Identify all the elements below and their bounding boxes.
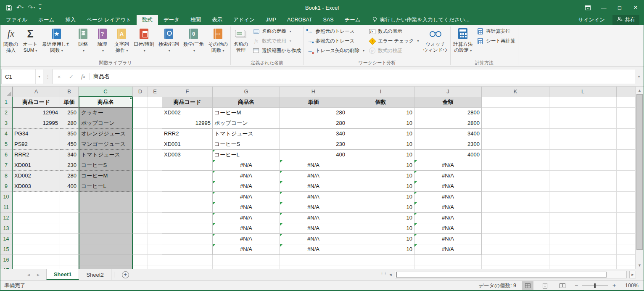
cell-F11[interactable]: [162, 202, 213, 213]
zoom-out-button[interactable]: −: [574, 282, 579, 289]
cell-J11[interactable]: #N/A: [414, 202, 482, 213]
cell-C16[interactable]: [79, 255, 133, 265]
cell-F13[interactable]: [162, 223, 213, 234]
cell-I16[interactable]: [347, 255, 414, 265]
cell-D1[interactable]: [133, 97, 148, 108]
trace-precedents-button[interactable]: →参照元のトレース: [304, 26, 367, 36]
cell-K8[interactable]: [482, 171, 549, 181]
row-header-17[interactable]: 17: [0, 265, 13, 269]
formula-bar-grip[interactable]: ⋮: [45, 74, 50, 79]
cell-K13[interactable]: [482, 223, 549, 234]
cell-A13[interactable]: [13, 223, 60, 234]
cell-L15[interactable]: [549, 244, 617, 255]
cell-E15[interactable]: [148, 244, 162, 255]
autosum-button[interactable]: ΣオートSUM▾: [21, 25, 40, 60]
cell-F4[interactable]: RRR2: [162, 129, 213, 139]
normal-view-button[interactable]: [522, 281, 533, 290]
row-header-10[interactable]: 10: [0, 192, 13, 202]
remove-arrows-button[interactable]: →トレース矢印の削除▾: [304, 46, 367, 56]
cell-K12[interactable]: [482, 213, 549, 223]
cell-E10[interactable]: [148, 192, 162, 202]
cell-F15[interactable]: [162, 244, 213, 255]
cell-B5[interactable]: 450: [60, 139, 79, 150]
cell-B7[interactable]: 230: [60, 160, 79, 171]
cell-B4[interactable]: 350: [60, 129, 79, 139]
cell-E3[interactable]: [148, 118, 162, 129]
cell-G10[interactable]: #N/A: [213, 192, 280, 202]
cell-M13[interactable]: [617, 223, 636, 234]
cell-A5[interactable]: PS92: [13, 139, 60, 150]
logical-button[interactable]: ?論理▾: [93, 25, 112, 60]
cell-H14[interactable]: #N/A: [280, 234, 347, 244]
cell-F2[interactable]: XD002: [162, 108, 213, 118]
cell-E5[interactable]: [148, 139, 162, 150]
cell-B11[interactable]: [60, 202, 79, 213]
cell-E1[interactable]: [148, 97, 162, 108]
column-header-G[interactable]: G: [213, 87, 280, 97]
scrollbar-resize-grip[interactable]: ⋮⋮: [380, 272, 387, 275]
row-header-8[interactable]: 8: [0, 171, 13, 181]
cell-D9[interactable]: [133, 181, 148, 192]
cell-I1[interactable]: 個数: [347, 97, 414, 108]
cell-J1[interactable]: 金額: [414, 97, 482, 108]
cell-I17[interactable]: [347, 265, 414, 269]
cell-L10[interactable]: [549, 192, 617, 202]
cell-C1[interactable]: 商品名: [79, 97, 133, 108]
cell-H10[interactable]: #N/A: [280, 192, 347, 202]
tell-me-box[interactable]: 実行したい作業を入力してください...: [372, 15, 470, 25]
ribbon-tab-jmp[interactable]: JMP: [260, 15, 282, 25]
cell-B9[interactable]: 400: [60, 181, 79, 192]
cell-B3[interactable]: 280: [60, 118, 79, 129]
sheet-nav-left-icon[interactable]: ◄: [26, 272, 31, 277]
cell-E13[interactable]: [148, 223, 162, 234]
cell-L3[interactable]: [549, 118, 617, 129]
cell-K3[interactable]: [482, 118, 549, 129]
cell-I13[interactable]: 10: [347, 223, 414, 234]
cell-B15[interactable]: [60, 244, 79, 255]
zoom-in-button[interactable]: +: [612, 282, 617, 289]
ribbon-tab-page-layout[interactable]: ページ レイアウト: [81, 15, 137, 25]
undo-icon[interactable]: ↶▾: [15, 3, 25, 13]
cell-K14[interactable]: [482, 234, 549, 244]
row-header-11[interactable]: 11: [0, 202, 13, 213]
cell-C15[interactable]: [79, 244, 133, 255]
select-all-corner[interactable]: [0, 87, 13, 97]
cell-F8[interactable]: [162, 171, 213, 181]
cell-M14[interactable]: [617, 234, 636, 244]
cell-L16[interactable]: [549, 255, 617, 265]
cell-H3[interactable]: 280: [280, 118, 347, 129]
cell-H9[interactable]: #N/A: [280, 181, 347, 192]
cell-F5[interactable]: XD001: [162, 139, 213, 150]
cell-I14[interactable]: 10: [347, 234, 414, 244]
cell-J13[interactable]: #N/A: [414, 223, 482, 234]
cell-M7[interactable]: [617, 160, 636, 171]
column-header-J[interactable]: J: [414, 87, 482, 97]
cell-D15[interactable]: [133, 244, 148, 255]
cell-C8[interactable]: コーヒーM: [79, 171, 133, 181]
row-header-9[interactable]: 9: [0, 181, 13, 192]
cell-H17[interactable]: [280, 265, 347, 269]
cell-H13[interactable]: #N/A: [280, 223, 347, 234]
cell-G2[interactable]: コーヒーM: [213, 108, 280, 118]
cell-M1[interactable]: [617, 97, 636, 108]
cell-K16[interactable]: [482, 255, 549, 265]
cell-G12[interactable]: #N/A: [213, 213, 280, 223]
cell-B10[interactable]: [60, 192, 79, 202]
cell-L13[interactable]: [549, 223, 617, 234]
row-header-3[interactable]: 3: [0, 118, 13, 129]
cell-M15[interactable]: [617, 244, 636, 255]
cell-F14[interactable]: [162, 234, 213, 244]
redo-icon[interactable]: ↷▾: [26, 3, 36, 13]
cell-G4[interactable]: トマトジュース: [213, 129, 280, 139]
cell-D10[interactable]: [133, 192, 148, 202]
cell-H4[interactable]: 340: [280, 129, 347, 139]
row-header-15[interactable]: 15: [0, 244, 13, 255]
enter-icon[interactable]: ✓: [65, 74, 77, 80]
cell-M16[interactable]: [617, 255, 636, 265]
cell-G13[interactable]: #N/A: [213, 223, 280, 234]
scroll-right-icon[interactable]: ►: [629, 271, 636, 278]
cell-A10[interactable]: [13, 192, 60, 202]
cell-L9[interactable]: [549, 181, 617, 192]
cell-G1[interactable]: 商品名: [213, 97, 280, 108]
ribbon-tab-file[interactable]: ファイル: [0, 15, 33, 25]
